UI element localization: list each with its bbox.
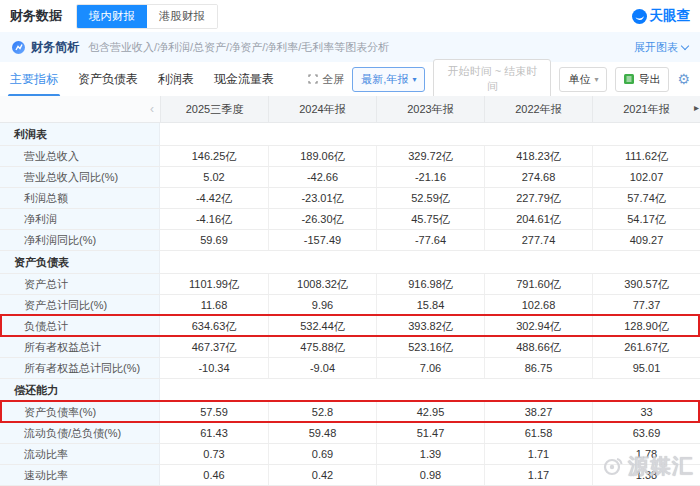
cell-value: -21.16 (376, 167, 484, 187)
cell-value: 63.69 (592, 423, 700, 443)
fullscreen-icon (308, 74, 318, 84)
row-label: 净利润 (0, 209, 160, 229)
cell-value: 1101.99亿 (160, 274, 268, 294)
cell-value: 467.37亿 (160, 337, 268, 357)
toolbar-controls: 全屏 最新,年报 ▾ 开始时间 ~ 结束时间 单位 ▾ 导出 ⚙ (308, 59, 690, 99)
row-label: 利润总额 (0, 188, 160, 208)
section-spacer (160, 379, 700, 401)
cell-value: 128.90亿 (592, 316, 700, 336)
table-row: 资产负债率(%)57.5952.842.9538.2733 (0, 402, 700, 423)
tab-domestic-report[interactable]: 境内财报 (77, 5, 147, 28)
section-spacer (160, 123, 700, 145)
page-title: 财务数据 (10, 7, 62, 25)
cell-value: 59.48 (268, 423, 376, 443)
cell-value: 277.74 (484, 230, 592, 250)
cell-value: 111.62亿 (592, 146, 700, 166)
row-label: 资产总计 (0, 274, 160, 294)
cell-value: 61.43 (160, 423, 268, 443)
caret-down-icon: ▾ (412, 75, 416, 84)
column-header: 2025三季度 (160, 96, 268, 123)
cell-value: 1.78 (592, 444, 700, 464)
row-label: 营业总收入 (0, 146, 160, 166)
section-title: 利润表 (0, 123, 160, 145)
cell-value: 57.59 (160, 402, 268, 422)
row-label: 营业总收入同比(%) (0, 167, 160, 187)
tab-balance-sheet[interactable]: 资产负债表 (78, 62, 138, 97)
cell-value: 1.38 (592, 465, 700, 485)
column-header: 2023年报 (376, 96, 484, 123)
table-row: 速动比率0.460.420.981.171.38 (0, 465, 700, 486)
cell-value: 634.63亿 (160, 316, 268, 336)
cell-value: 227.79亿 (484, 188, 592, 208)
scroll-right-icon[interactable]: ▸ (694, 102, 699, 113)
cell-value: 146.25亿 (160, 146, 268, 166)
indicator-tabs: 主要指标 资产负债表 利润表 现金流量表 (10, 62, 274, 97)
cell-value: 9.96 (268, 295, 376, 315)
row-label: 净利润同比(%) (0, 230, 160, 250)
cell-value: 261.67亿 (592, 337, 700, 357)
cell-value: 95.01 (592, 358, 700, 378)
banner-title: 财务简析 (31, 39, 79, 56)
cell-value: 52.8 (268, 402, 376, 422)
caret-down-icon: ▾ (594, 75, 598, 84)
unit-select-button[interactable]: 单位 ▾ (559, 67, 607, 92)
row-label: 速动比率 (0, 465, 160, 485)
row-label: 负债总计 (0, 316, 160, 336)
row-label-header: ‹ (0, 96, 160, 123)
table-row: 流动负债/总负债(%)61.4359.4851.4761.5863.69 (0, 423, 700, 444)
cell-value: 523.16亿 (376, 337, 484, 357)
cell-value: 1.39 (376, 444, 484, 464)
table-row: 负债总计634.63亿532.44亿393.82亿302.94亿128.90亿 (0, 316, 700, 337)
cell-value: 102.07 (592, 167, 700, 187)
column-header: 2024年报 (268, 96, 376, 123)
cell-value: 189.06亿 (268, 146, 376, 166)
tab-main-indicators[interactable]: 主要指标 (10, 62, 58, 97)
table-header-row: ‹2025三季度2024年报2023年报2022年报2021年报▸ (0, 96, 700, 123)
tianyancha-logo-icon (632, 9, 647, 24)
cell-value: 393.82亿 (376, 316, 484, 336)
fullscreen-button[interactable]: 全屏 (308, 72, 344, 87)
tab-income-statement[interactable]: 利润表 (158, 62, 194, 97)
cell-value: -10.34 (160, 358, 268, 378)
report-type-switch: 境内财报 港股财报 (76, 4, 218, 29)
section-header-row: 偿还能力 (0, 379, 700, 402)
table-row: 净利润-4.16亿-26.30亿45.75亿204.61亿54.17亿 (0, 209, 700, 230)
cell-value: 102.68 (484, 295, 592, 315)
cell-value: 1008.32亿 (268, 274, 376, 294)
column-header: 2022年报 (484, 96, 592, 123)
cell-value: 1.17 (484, 465, 592, 485)
cell-value: 38.27 (484, 402, 592, 422)
tab-hk-report[interactable]: 港股财报 (147, 5, 217, 28)
table-row: 所有者权益总计同比(%)-10.34-9.047.0686.7595.01 (0, 358, 700, 379)
cell-value: 15.84 (376, 295, 484, 315)
scroll-left-icon[interactable]: ‹ (150, 102, 154, 116)
section-header-row: 资产负债表 (0, 251, 700, 274)
chevron-down-icon (681, 41, 689, 49)
cell-value: 52.59亿 (376, 188, 484, 208)
settings-gear-icon[interactable]: ⚙ (677, 72, 690, 86)
export-button[interactable]: 导出 (615, 67, 669, 92)
section-title: 偿还能力 (0, 379, 160, 401)
cell-value: 302.94亿 (484, 316, 592, 336)
table-row: 净利润同比(%)59.69-157.49-77.64277.74409.27 (0, 230, 700, 251)
section-title: 资产负债表 (0, 251, 160, 273)
period-select-button[interactable]: 最新,年报 ▾ (352, 67, 425, 92)
cell-value: 77.37 (592, 295, 700, 315)
cell-value: -9.04 (268, 358, 376, 378)
table-row: 流动比率0.730.691.391.711.78 (0, 444, 700, 465)
table-row: 营业总收入146.25亿189.06亿329.72亿418.23亿111.62亿 (0, 146, 700, 167)
cell-value: 61.58 (484, 423, 592, 443)
table-row: 利润总额-4.42亿-23.01亿52.59亿227.79亿57.74亿 (0, 188, 700, 209)
top-bar: 财务数据 境内财报 港股财报 天眼查 (0, 0, 700, 32)
expand-charts-link[interactable]: 展开图表 (634, 40, 688, 55)
cell-value: 57.74亿 (592, 188, 700, 208)
cell-value: 204.61亿 (484, 209, 592, 229)
tab-cash-flow[interactable]: 现金流量表 (214, 62, 274, 97)
cell-value: 42.95 (376, 402, 484, 422)
row-label: 资产总计同比(%) (0, 295, 160, 315)
cell-value: 0.98 (376, 465, 484, 485)
table-row: 所有者权益总计467.37亿475.88亿523.16亿488.66亿261.6… (0, 337, 700, 358)
date-range-input[interactable]: 开始时间 ~ 结束时间 (433, 59, 551, 99)
cell-value: -157.49 (268, 230, 376, 250)
cell-value: 59.69 (160, 230, 268, 250)
